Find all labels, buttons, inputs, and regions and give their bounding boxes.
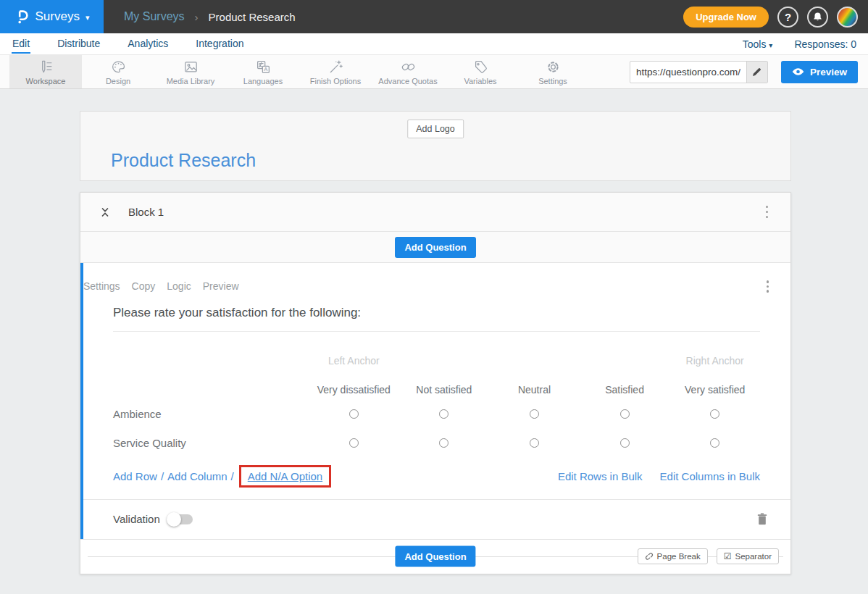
breadcrumb-my-surveys[interactable]: My Surveys xyxy=(124,10,185,23)
svg-text:A: A xyxy=(264,66,268,72)
toolbar-item-languages[interactable]: A Languages xyxy=(227,55,299,88)
questionpro-logo-icon xyxy=(14,9,30,25)
tab-integration[interactable]: Integration xyxy=(195,35,244,54)
bulk-edit-links: Edit Rows in Bulk Edit Columns in Bulk xyxy=(558,470,760,482)
editor-toolbar: Workspace Design Media Library A Languag… xyxy=(0,55,868,89)
toolbar-item-finish-options[interactable]: Finish Options xyxy=(299,55,372,88)
editor-canvas: Add Logo Product Research Block 1 Add Qu… xyxy=(0,89,868,574)
chevron-down-icon: ▾ xyxy=(769,41,772,49)
tab-edit[interactable]: Edit xyxy=(12,35,30,54)
translate-icon: A xyxy=(255,59,272,75)
trash-icon xyxy=(757,513,767,525)
edit-rows-in-bulk-link[interactable]: Edit Rows in Bulk xyxy=(558,470,643,482)
add-na-option-link[interactable]: Add N/A Option xyxy=(248,470,322,482)
block-title[interactable]: Block 1 xyxy=(128,206,164,218)
matrix-column-header[interactable]: Neutral xyxy=(489,369,580,400)
image-icon xyxy=(183,59,199,75)
toolbar-item-variables[interactable]: Variables xyxy=(444,55,517,88)
section-nav: Edit Distribute Analytics Integration To… xyxy=(0,33,868,55)
validation-row: Validation xyxy=(83,500,790,539)
matrix-column-header[interactable]: Satisfied xyxy=(580,369,670,400)
add-question-button-top[interactable]: Add Question xyxy=(395,237,475,258)
bell-icon xyxy=(812,12,823,22)
toolbar-item-settings[interactable]: Settings xyxy=(517,55,589,88)
matrix-column-header[interactable]: Very dissatisfied xyxy=(309,369,399,400)
toolbar-item-workspace[interactable]: Workspace xyxy=(9,55,82,88)
collapse-block-icon[interactable] xyxy=(99,206,111,218)
tab-analytics[interactable]: Analytics xyxy=(127,35,169,54)
brand-product-label: Surveys xyxy=(36,9,80,24)
matrix-radio[interactable] xyxy=(620,409,630,419)
toolbar-item-advance-quotas[interactable]: Advance Quotas xyxy=(372,55,444,88)
edit-url-button[interactable] xyxy=(746,62,767,83)
matrix-radio[interactable] xyxy=(710,409,719,419)
question-menu-icon[interactable] xyxy=(764,279,772,294)
right-anchor-label[interactable]: Right Anchor xyxy=(669,332,760,369)
add-logo-button[interactable]: Add Logo xyxy=(407,120,464,138)
add-question-button-bottom[interactable]: Add Question xyxy=(395,546,475,567)
matrix-radio[interactable] xyxy=(620,438,630,448)
tools-dropdown[interactable]: Tools ▾ xyxy=(743,38,773,50)
matrix-radio[interactable] xyxy=(439,438,448,448)
matrix-edit-links: Add Row / Add Column / Add N/A Option Ed… xyxy=(83,458,790,499)
toolbar-item-design[interactable]: Design xyxy=(82,55,154,88)
matrix-radio[interactable] xyxy=(349,438,359,448)
question-text[interactable]: Please rate your satisfaction for the fo… xyxy=(83,294,790,320)
survey-title[interactable]: Product Research xyxy=(111,150,256,171)
separator-button[interactable]: ☑ Separator xyxy=(717,548,779,564)
matrix-column-header[interactable]: Very satisfied xyxy=(669,369,760,400)
preview-button[interactable]: Preview xyxy=(781,61,858,83)
question-copy-link[interactable]: Copy xyxy=(132,280,156,292)
question-preview-link[interactable]: Preview xyxy=(203,280,239,292)
checkbox-checked-icon: ☑ xyxy=(724,552,732,561)
validation-label: Validation xyxy=(113,513,160,525)
matrix-radio[interactable] xyxy=(530,409,539,419)
question-logic-link[interactable]: Logic xyxy=(167,280,191,292)
survey-header-card: Add Logo Product Research xyxy=(80,111,791,181)
matrix-row-label[interactable]: Ambience xyxy=(113,400,309,429)
edit-columns-in-bulk-link[interactable]: Edit Columns in Bulk xyxy=(660,470,760,482)
matrix-row-label[interactable]: Service Quality xyxy=(113,429,309,458)
matrix-radio[interactable] xyxy=(530,438,539,448)
tag-icon xyxy=(472,59,489,75)
eye-icon xyxy=(792,67,804,76)
toolbar-item-media-library[interactable]: Media Library xyxy=(154,55,227,88)
question-settings-link[interactable]: Settings xyxy=(83,280,120,292)
top-right-actions: Upgrade Now ? xyxy=(683,7,868,28)
user-avatar[interactable] xyxy=(837,7,858,28)
palette-icon xyxy=(110,59,127,75)
matrix-radio[interactable] xyxy=(710,438,719,448)
question-mark-icon: ? xyxy=(785,11,791,23)
chain-icon xyxy=(400,59,417,75)
question-card: Settings Copy Logic Preview Please rate … xyxy=(80,263,790,539)
responses-count: Responses: 0 xyxy=(794,38,856,50)
nav-right: Tools ▾ Responses: 0 xyxy=(743,38,856,50)
upgrade-now-button[interactable]: Upgrade Now xyxy=(683,7,769,28)
survey-url-input[interactable] xyxy=(630,62,746,83)
breadcrumb-current: Product Research xyxy=(209,11,296,23)
tab-distribute[interactable]: Distribute xyxy=(57,35,101,54)
left-anchor-label[interactable]: Left Anchor xyxy=(309,332,399,369)
annotation-highlight-box: Add N/A Option xyxy=(239,465,331,488)
matrix-column-header[interactable]: Not satisfied xyxy=(399,369,490,400)
delete-question-button[interactable] xyxy=(757,513,767,525)
matrix-radio[interactable] xyxy=(439,409,448,419)
validation-toggle[interactable] xyxy=(168,514,193,524)
survey-url-field xyxy=(630,61,768,83)
matrix-table: Left Anchor Right Anchor Very dissatisfi… xyxy=(83,332,790,458)
chevron-down-icon: ▾ xyxy=(85,13,90,22)
notifications-button[interactable] xyxy=(807,7,828,28)
question-action-menu: Settings Copy Logic Preview xyxy=(83,263,790,294)
help-button[interactable]: ? xyxy=(777,7,798,28)
breadcrumb: My Surveys › Product Research xyxy=(124,10,296,23)
add-row-link[interactable]: Add Row xyxy=(113,470,157,482)
wand-icon xyxy=(327,59,344,75)
page-break-button[interactable]: Page Break xyxy=(638,548,708,564)
add-column-link[interactable]: Add Column xyxy=(167,470,228,482)
breadcrumb-separator-icon: › xyxy=(195,11,199,23)
block-menu-icon[interactable] xyxy=(762,202,772,222)
surveys-product-menu[interactable]: Surveys ▾ xyxy=(0,0,104,33)
matrix-radio[interactable] xyxy=(349,409,359,419)
block-footer: Add Question Page Break ☑ Separator xyxy=(80,539,790,574)
section-tabs: Edit Distribute Analytics Integration xyxy=(12,35,244,54)
